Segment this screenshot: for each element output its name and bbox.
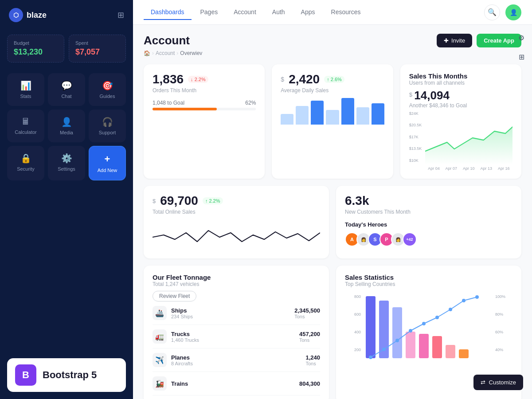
budget-label: Budget bbox=[14, 40, 58, 46]
plus-icon: ✚ bbox=[444, 37, 449, 44]
sparkline-area bbox=[153, 219, 320, 250]
grid-right-icon[interactable]: ⊞ bbox=[519, 53, 524, 61]
svg-rect-9 bbox=[366, 296, 376, 358]
dollar-prefix: $ bbox=[281, 76, 284, 83]
search-button[interactable]: 🔍 bbox=[484, 4, 500, 20]
sales-subtitle: Users from all channels bbox=[409, 80, 512, 86]
tab-pages[interactable]: Pages bbox=[193, 5, 225, 20]
guides-icon: 🎯 bbox=[102, 80, 113, 91]
page-title: Account bbox=[144, 34, 190, 47]
fleet-left-planes: ✈️ Planes 8 Aircrafts bbox=[153, 353, 193, 367]
svg-rect-11 bbox=[392, 307, 402, 358]
svg-point-25 bbox=[475, 295, 479, 299]
stats-row2: $ 69,700 ↑ 2.2% Total Online Sales 6.3k bbox=[144, 186, 521, 258]
sales-dollar: $ bbox=[409, 91, 412, 98]
daily-sales-value: 2,420 bbox=[289, 72, 320, 86]
ships-icon: 🚢 bbox=[153, 306, 167, 320]
y-label-5: $10K bbox=[409, 158, 419, 163]
sidebar-item-support[interactable]: 🎧 Support bbox=[89, 110, 126, 142]
fleet-row-planes: ✈️ Planes 8 Aircrafts 1,240 Tons bbox=[153, 348, 320, 372]
page-actions: ✚ Invite Create App bbox=[437, 34, 521, 47]
x-label-5: Apr 16 bbox=[498, 166, 510, 171]
add-new-label: Add New bbox=[98, 168, 117, 173]
svg-point-17 bbox=[369, 356, 372, 359]
home-icon: 🏠 bbox=[144, 50, 150, 56]
sales-stats-title: Sales Statistics bbox=[345, 274, 512, 281]
tab-account[interactable]: Account bbox=[227, 5, 263, 20]
sidebar-item-add-new[interactable]: + Add New bbox=[89, 146, 126, 180]
orders-badge: ↓ 2.2% bbox=[188, 76, 208, 83]
svg-point-22 bbox=[435, 316, 439, 319]
tab-dashboards[interactable]: Dashboards bbox=[144, 5, 192, 20]
trains-icon: 🚂 bbox=[153, 376, 167, 391]
total-sales-label: Total Online Sales bbox=[153, 209, 320, 215]
sales-sub-text: Another $48,346 to Goal bbox=[409, 102, 512, 109]
planes-count: 8 Aircrafts bbox=[171, 361, 193, 366]
new-customers-card: 6.3k New Customers This Month Today's He… bbox=[336, 186, 521, 258]
sales-big-value: 14,094 bbox=[414, 89, 450, 102]
sidebar-item-settings[interactable]: ⚙️ Settings bbox=[48, 146, 85, 180]
new-customers-label: New Customers This Month bbox=[345, 209, 512, 215]
sidebar-item-security[interactable]: 🔒 Security bbox=[7, 146, 44, 180]
chart-y-labels: $24K $20.5K $17K $13.5K $10K bbox=[409, 111, 425, 164]
sidebar-item-chat[interactable]: 💬 Chat bbox=[48, 73, 85, 106]
budget-value: $13,230 bbox=[14, 47, 58, 57]
fleet-row-trains: 🚂 Trains 804,300 bbox=[153, 372, 320, 395]
menu-icon[interactable]: ⊞ bbox=[117, 10, 124, 20]
ships-unit: Tons bbox=[294, 314, 320, 319]
y-label-3: $17K bbox=[409, 135, 419, 139]
stats-icon: 📊 bbox=[20, 80, 31, 91]
spent-card: Spent $7,057 bbox=[69, 35, 126, 63]
support-icon: 🎧 bbox=[102, 117, 113, 127]
review-fleet-button[interactable]: Review Fleet bbox=[153, 291, 196, 301]
page-content: Account ✚ Invite Create App 🏠 › Account … bbox=[133, 25, 532, 399]
progress-row: 1,048 to Goal 62% bbox=[153, 100, 256, 106]
planes-name: Planes bbox=[171, 354, 193, 361]
svg-point-23 bbox=[449, 308, 452, 311]
planes-icon: ✈️ bbox=[153, 353, 167, 367]
sales-stats-subtitle: Top Selling Countries bbox=[345, 281, 512, 287]
calculator-label: Calculator bbox=[15, 129, 37, 135]
sales-month-card: Sales This Months Users from all channel… bbox=[400, 64, 521, 179]
bar-1 bbox=[281, 114, 293, 125]
heroes-title: Today's Heroes bbox=[345, 221, 512, 228]
sidebar-grid: 📊 Stats 💬 Chat 🎯 Guides 🖩 Calculator 👤 M… bbox=[0, 70, 133, 184]
x-label-2: Apr 07 bbox=[446, 166, 458, 171]
tab-resources[interactable]: Resources bbox=[324, 5, 368, 20]
customize-button[interactable]: ⇄ Customize bbox=[473, 375, 523, 390]
svg-rect-16 bbox=[459, 349, 469, 358]
x-label-3: Apr 10 bbox=[463, 166, 475, 171]
sidebar-item-stats[interactable]: 📊 Stats bbox=[7, 73, 44, 106]
svg-text:80%: 80% bbox=[495, 312, 503, 317]
total-sales-badge: ↑ 2.2% bbox=[203, 197, 223, 204]
sidebar-item-calculator[interactable]: 🖩 Calculator bbox=[7, 110, 44, 142]
trucks-icon: 🚛 bbox=[153, 329, 167, 344]
breadcrumb-account[interactable]: Account bbox=[156, 50, 175, 56]
invite-button[interactable]: ✚ Invite bbox=[437, 34, 472, 47]
sidebar-item-media[interactable]: 👤 Media bbox=[48, 110, 85, 142]
total-dollar: $ bbox=[153, 198, 156, 204]
trucks-value: 457,200 bbox=[299, 331, 320, 337]
trains-value: 804,300 bbox=[299, 380, 320, 387]
notification-button[interactable]: 👤 bbox=[505, 4, 521, 20]
daily-sales-label: Average Daily Sales bbox=[281, 87, 384, 94]
svg-rect-12 bbox=[406, 332, 415, 358]
line-chart-container: $24K $20.5K $17K $13.5K $10K bbox=[409, 111, 512, 171]
tab-auth[interactable]: Auth bbox=[265, 5, 292, 20]
planes-value: 1,240 bbox=[305, 354, 320, 361]
support-label: Support bbox=[99, 130, 116, 135]
tab-apps[interactable]: Apps bbox=[294, 5, 322, 20]
bar-3 bbox=[311, 101, 324, 125]
bar-7 bbox=[372, 103, 384, 125]
settings-right-icon[interactable]: ⚙ bbox=[518, 34, 524, 42]
budget-card: Budget $13,230 bbox=[7, 35, 64, 63]
customize-label: Customize bbox=[489, 379, 516, 386]
svg-text:200: 200 bbox=[354, 348, 361, 352]
page-wrapper: Dashboards Pages Account Auth Apps Resou… bbox=[133, 0, 532, 399]
sidebar-item-guides[interactable]: 🎯 Guides bbox=[89, 73, 126, 106]
bar-5 bbox=[341, 98, 354, 125]
customize-icon: ⇄ bbox=[481, 379, 485, 386]
breadcrumb: 🏠 › Account › Overwiev bbox=[144, 50, 521, 56]
orders-label: Orders This Month bbox=[153, 87, 256, 94]
fleet-left-ships: 🚢 Ships 234 Ships bbox=[153, 306, 193, 320]
